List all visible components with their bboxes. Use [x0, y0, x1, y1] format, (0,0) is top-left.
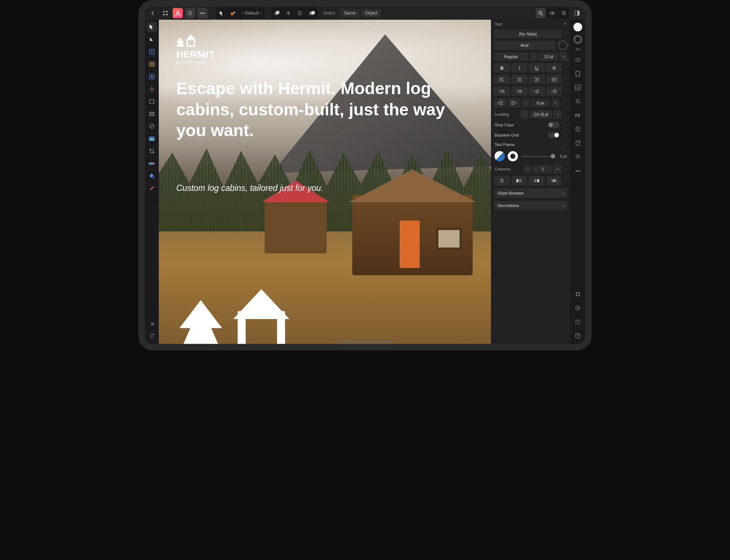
stroke-weight-slider[interactable]: [521, 156, 555, 157]
bold-button[interactable]: B: [494, 63, 510, 73]
baseline-grid-toggle[interactable]: [548, 132, 560, 138]
align-left-button[interactable]: [494, 75, 510, 84]
columns-decrease[interactable]: −: [524, 165, 532, 173]
chevron-right-icon[interactable]: ›: [563, 32, 568, 36]
pen-tool[interactable]: [147, 84, 157, 94]
crop-tool[interactable]: [147, 146, 157, 156]
trash-icon[interactable]: [148, 331, 157, 340]
wrap-none-button[interactable]: [494, 176, 510, 185]
drop-caps-toggle[interactable]: [548, 122, 560, 128]
chevron-right-icon[interactable]: ›: [563, 176, 568, 185]
rectangle-tool[interactable]: [147, 96, 157, 107]
brush-sparkle-icon[interactable]: [228, 8, 238, 18]
align-left-icon[interactable]: [295, 8, 306, 18]
columns-increase[interactable]: +: [554, 165, 562, 173]
align-right-button[interactable]: [529, 75, 545, 84]
indent-field[interactable]: 0 px: [531, 99, 550, 107]
styles-studio-icon[interactable]: [573, 124, 583, 134]
fill-tool[interactable]: [147, 171, 157, 181]
decorations-row[interactable]: Decorations›: [494, 201, 568, 210]
history-studio-icon[interactable]: [573, 317, 583, 327]
zoom-icon[interactable]: [535, 8, 546, 18]
picture-frame-tool[interactable]: [147, 109, 157, 119]
chevron-right-icon[interactable]: ›: [562, 133, 567, 137]
canvas[interactable]: HERMIT get back to nature Escape with He…: [159, 20, 491, 344]
font-color-swatch[interactable]: [558, 41, 568, 50]
flip-horizontal-icon[interactable]: [284, 8, 294, 18]
menu-icon[interactable]: ☰: [185, 8, 195, 18]
right-indent-icon[interactable]: [508, 98, 520, 108]
more-icon[interactable]: •••: [197, 8, 208, 18]
align-justify-button[interactable]: [546, 75, 562, 84]
leading-field[interactable]: [12.4] pt: [530, 110, 552, 118]
chevron-right-icon[interactable]: ›: [563, 63, 568, 73]
character-studio-icon[interactable]: a: [573, 83, 583, 93]
home-indicator[interactable]: [338, 341, 392, 342]
font-size-field[interactable]: 12 pt: [539, 53, 558, 61]
font-weight-popup[interactable]: Regular: [494, 53, 528, 61]
snap-icon[interactable]: [559, 8, 569, 18]
assets-studio-icon[interactable]: [573, 138, 583, 148]
chevron-right-icon[interactable]: ›: [562, 123, 567, 127]
back-button[interactable]: [148, 8, 158, 18]
headline-text[interactable]: Escape with Hermit. Modern log cabins, c…: [176, 78, 447, 141]
layers-studio-icon[interactable]: [573, 55, 583, 65]
chevron-right-icon[interactable]: ›: [563, 87, 568, 96]
number-list-button[interactable]: 12: [511, 87, 528, 96]
artistic-text-tool[interactable]: A: [147, 72, 157, 82]
glyph-browser-row[interactable]: Glyph Browser›: [494, 188, 568, 198]
node-tool[interactable]: [147, 34, 157, 45]
select-same-button[interactable]: Same: [340, 9, 359, 17]
wrap-both-button[interactable]: [546, 176, 562, 185]
navigator-studio-icon[interactable]: [573, 303, 583, 313]
chevron-right-icon[interactable]: ›: [563, 112, 568, 116]
transform-studio-icon[interactable]: [573, 289, 583, 299]
boolean-icon[interactable]: [307, 8, 317, 18]
chevron-right-icon[interactable]: ›: [562, 142, 567, 147]
size-decrease[interactable]: −: [530, 52, 538, 61]
gradient-tool[interactable]: [147, 158, 157, 169]
wrap-right-button[interactable]: [529, 176, 545, 185]
help-icon[interactable]: ?: [573, 331, 583, 341]
bullet-list-button[interactable]: [494, 87, 510, 96]
move-tool-icon[interactable]: [216, 8, 227, 18]
select-object-button[interactable]: Object: [361, 9, 381, 17]
preset-popup[interactable]: ‹Default›: [240, 8, 264, 18]
chevron-right-icon[interactable]: ›: [563, 75, 568, 84]
outdent-button[interactable]: [529, 87, 545, 96]
strikethrough-button[interactable]: S: [546, 63, 562, 73]
expand-panel-icon[interactable]: [572, 8, 582, 18]
columns-field[interactable]: 1: [533, 165, 552, 173]
fill-swatch[interactable]: [495, 151, 505, 161]
grid-icon[interactable]: [160, 8, 170, 18]
chevron-right-icon[interactable]: ›: [561, 101, 565, 105]
size-increase[interactable]: +: [560, 52, 568, 61]
place-image-tool[interactable]: [147, 134, 157, 144]
close-icon[interactable]: ✕: [148, 320, 157, 329]
font-family-popup[interactable]: Arial: [494, 41, 555, 50]
paragraph-style-popup[interactable]: [No Style]: [494, 30, 562, 38]
preview-icon[interactable]: [547, 8, 557, 18]
color-swatch[interactable]: [573, 23, 582, 31]
left-indent-icon[interactable]: [494, 98, 506, 108]
stroke-swatch[interactable]: [508, 151, 518, 161]
subhead-text[interactable]: Custom log cabins, tailored just for you…: [176, 183, 323, 193]
text-frame-tool[interactable]: T: [147, 47, 157, 57]
indent-button[interactable]: [546, 87, 562, 96]
underline-button[interactable]: U: [529, 63, 545, 73]
stroke-swatch-empty[interactable]: [573, 35, 582, 44]
detach-panel-icon[interactable]: [562, 22, 567, 26]
indent-increase[interactable]: +: [552, 99, 560, 107]
shape-none-icon[interactable]: [147, 121, 157, 131]
pages-studio-icon[interactable]: [573, 69, 583, 79]
table-tool[interactable]: [147, 59, 157, 69]
leading-increase[interactable]: +: [554, 110, 562, 119]
arrange-front-icon[interactable]: [272, 8, 282, 18]
chevron-right-icon[interactable]: ›: [563, 167, 568, 171]
wrap-left-button[interactable]: [511, 176, 527, 185]
more-studios-icon[interactable]: •••: [573, 166, 583, 176]
paragraph-studio-icon[interactable]: pt: [573, 96, 583, 107]
italic-button[interactable]: I: [511, 63, 528, 73]
indent-decrease[interactable]: −: [522, 99, 530, 107]
fx-studio-icon[interactable]: FX: [573, 110, 583, 120]
